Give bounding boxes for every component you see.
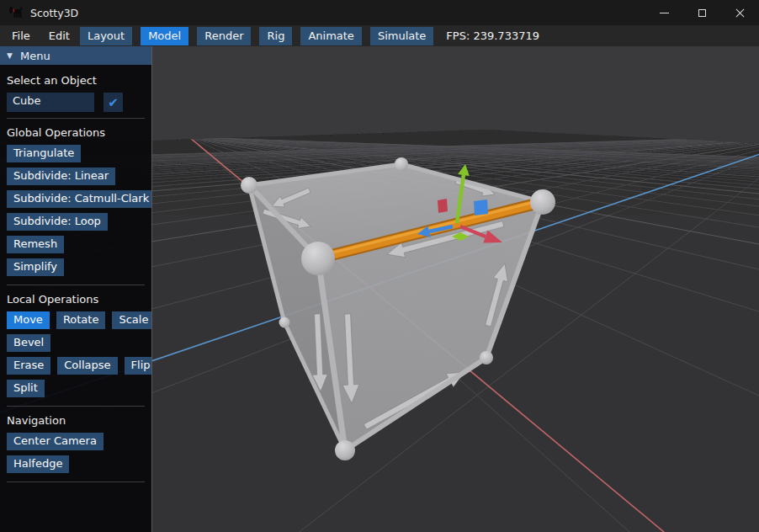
menu-tab-layout[interactable]: Layout	[80, 27, 132, 45]
separator	[7, 118, 145, 119]
split-button[interactable]: Split	[7, 380, 45, 397]
sidebar-panel: ▼ Menu Select an Object Cube ✔ Global Op…	[0, 46, 151, 532]
separator	[7, 406, 145, 407]
halfedge-button[interactable]: Halfedge	[7, 455, 69, 473]
close-icon	[735, 8, 745, 18]
menu-tab-rig[interactable]: Rig	[259, 27, 292, 45]
select-object-label: Select an Object	[7, 74, 151, 87]
triangulate-button[interactable]: Triangulate	[7, 145, 81, 162]
viewport-left-edge	[151, 46, 152, 532]
menu-item-file[interactable]: File	[3, 27, 39, 45]
close-button[interactable]	[721, 0, 759, 25]
main-area: ▼ Menu Select an Object Cube ✔ Global Op…	[0, 46, 759, 532]
center-camera-button[interactable]: Center Camera	[7, 433, 104, 450]
window-title: Scotty3D	[30, 7, 78, 19]
cube-vertex[interactable]	[301, 242, 335, 275]
object-visibility-checkbox[interactable]: ✔	[104, 93, 123, 112]
maximize-icon	[698, 9, 706, 17]
menu-tab-animate[interactable]: Animate	[300, 27, 361, 45]
menubar: FileEdit LayoutModelRenderRigAnimateSimu…	[0, 25, 759, 46]
collapse-triangle-icon: ▼	[7, 51, 13, 60]
section-title: Local Operations	[7, 293, 151, 306]
gizmo-plane-handle-x[interactable]	[438, 199, 448, 213]
subdivide-loop-button[interactable]: Subdivide: Loop	[7, 213, 108, 231]
menu-item-edit[interactable]: Edit	[40, 27, 78, 45]
subdivide-catmull-clark-button[interactable]: Subdivide: Catmull-Clark	[7, 190, 151, 208]
menubar-plain-items: FileEdit	[3, 29, 80, 42]
simplify-button[interactable]: Simplify	[7, 258, 64, 276]
menu-tab-render[interactable]: Render	[197, 27, 251, 45]
checkmark-icon: ✔	[108, 95, 119, 110]
rotate-button[interactable]: Rotate	[56, 311, 106, 329]
cube-vertex[interactable]	[335, 440, 355, 460]
erase-button[interactable]: Erase	[7, 357, 50, 375]
section-title: Global Operations	[7, 126, 151, 139]
separator	[7, 285, 145, 285]
minimize-button[interactable]	[645, 0, 683, 25]
menubar-tabs: LayoutModelRenderRigAnimateSimulate	[80, 29, 442, 42]
gizmo-plane-handle-z[interactable]	[474, 200, 488, 215]
window-controls	[645, 0, 759, 25]
scale-button[interactable]: Scale	[112, 311, 151, 329]
scottie-dog-icon	[8, 6, 24, 19]
maximize-button[interactable]	[683, 0, 721, 25]
fps-counter: FPS: 239.733719	[446, 29, 539, 42]
minimize-icon	[660, 13, 669, 13]
flip-button[interactable]: Flip	[125, 357, 151, 375]
menu-tab-model[interactable]: Model	[141, 27, 188, 45]
titlebar: Scotty3D	[0, 0, 759, 25]
move-button[interactable]: Move	[7, 311, 50, 329]
cube-vertex[interactable]	[279, 317, 290, 328]
bevel-button[interactable]: Bevel	[7, 334, 50, 352]
subdivide-linear-button[interactable]: Subdivide: Linear	[7, 168, 115, 185]
cube-vertex[interactable]	[480, 351, 493, 364]
cube-vertex[interactable]	[530, 189, 555, 215]
remesh-button[interactable]: Remesh	[7, 236, 64, 253]
menu-header-label: Menu	[20, 50, 50, 62]
separator	[7, 481, 145, 482]
cube-vertex[interactable]	[241, 177, 257, 194]
collapse-button[interactable]: Collapse	[57, 357, 117, 375]
menu-collapsible-header[interactable]: ▼ Menu	[0, 46, 151, 65]
object-selector-dropdown[interactable]: Cube	[7, 93, 94, 112]
menu-tab-simulate[interactable]: Simulate	[370, 27, 433, 45]
cube-vertex[interactable]	[395, 157, 408, 171]
section-title: Navigation	[7, 414, 151, 427]
